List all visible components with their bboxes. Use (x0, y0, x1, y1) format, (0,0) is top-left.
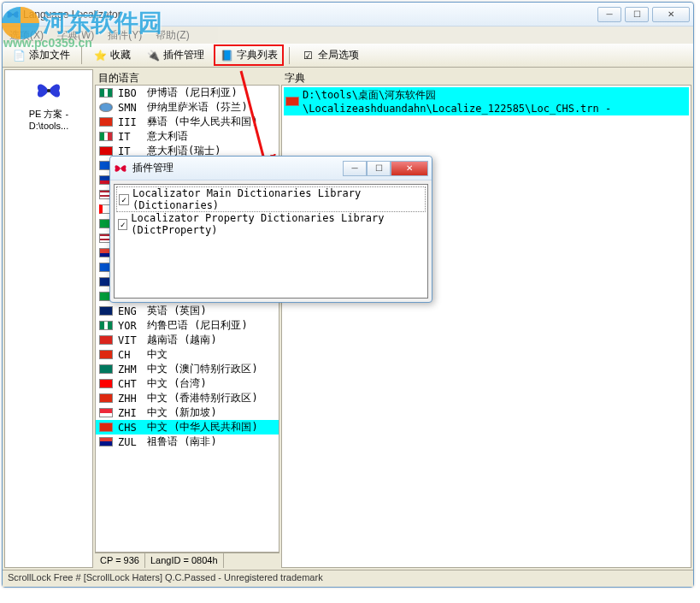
flag-icon (99, 423, 113, 432)
add-file-button[interactable]: 📄 添加文件 (6, 44, 76, 66)
language-item-smn[interactable]: SMN伊纳里萨米语 (芬兰) (96, 100, 279, 115)
lang-name: 彝语 (中华人民共和国) (147, 115, 258, 129)
menubar: 选项(X) 字典(W) 插件(Y) 帮助(Z) (3, 27, 693, 44)
window-title: Language Localizator (23, 9, 597, 21)
language-item-vit[interactable]: VIT越南语 (越南) (96, 333, 279, 347)
lang-name: 中文 (台湾) (147, 376, 207, 391)
dialog-close-button[interactable]: ✕ (391, 161, 428, 176)
checkbox-icon[interactable]: ✓ (119, 194, 129, 205)
language-item-zhm[interactable]: ZHM中文 (澳门特别行政区) (96, 362, 279, 376)
add-file-icon: 📄 (12, 49, 26, 62)
lang-code: CHS (118, 422, 142, 434)
flag-icon (99, 379, 113, 388)
language-item-zhi[interactable]: ZHI中文 (新加坡) (96, 405, 279, 420)
cp-status: CP = 936 (95, 553, 145, 568)
flag-icon (99, 393, 113, 403)
dialog-title: 插件管理 (131, 161, 343, 175)
dictionary-panel-header: 字典 (281, 69, 691, 85)
dictionary-item[interactable]: D:\tools\桌面\河东软件园\Localizeashduandahn\Lo… (284, 87, 689, 115)
language-item-yor[interactable]: YOR约鲁巴语 (尼日利亚) (96, 318, 279, 333)
dict-path: D:\tools\桌面\河东软件园\Localizeashduandahn\Lo… (303, 88, 687, 115)
flag-icon (99, 132, 113, 141)
language-item-it[interactable]: IT意大利语 (96, 129, 279, 144)
language-item-chs[interactable]: CHS中文 (中华人民共和国) (96, 420, 279, 435)
menu-dict[interactable]: 字典(W) (54, 27, 97, 44)
workspace: PE 方案 - D:\tools... 目的语言 IBO伊博语 (尼日利亚)SM… (3, 68, 693, 570)
language-item-iii[interactable]: III彝语 (中华人民共和国) (96, 115, 279, 129)
language-item-ibo[interactable]: IBO伊博语 (尼日利亚) (96, 86, 279, 100)
dict-list-button[interactable]: 📘 字典列表 (214, 44, 284, 66)
lang-code: CHT (118, 378, 142, 390)
lang-code: YOR (118, 320, 142, 332)
project-label-1: PE 方案 - (29, 108, 68, 120)
menu-plugin[interactable]: 插件(Y) (104, 27, 145, 44)
lang-code: IBO (118, 87, 142, 99)
maximize-button[interactable]: ☐ (625, 7, 649, 22)
lang-name: 伊纳里萨米语 (芬兰) (147, 100, 248, 115)
lang-name: 中文 (147, 347, 168, 362)
dialog-minimize-button[interactable]: ─ (343, 161, 367, 176)
flag-icon (99, 350, 113, 359)
lang-name: 祖鲁语 (南非) (147, 435, 217, 449)
lang-code: III (118, 116, 142, 128)
svg-point-1 (47, 89, 50, 92)
lang-name: 伊博语 (尼日利亚) (147, 86, 238, 100)
lang-code: ENG (118, 305, 142, 317)
lang-name: 中文 (中华人民共和国) (147, 420, 258, 435)
lang-name: 中文 (香港特别行政区) (147, 391, 258, 405)
plugin-manager-button[interactable]: 🔌 插件管理 (140, 44, 210, 66)
flag-icon (99, 103, 113, 112)
minimize-button[interactable]: ─ (597, 7, 621, 22)
star-icon: ⭐ (93, 49, 107, 62)
app-icon (6, 8, 20, 21)
plugin-row[interactable]: ✓Localizator Property Dictionaries Libra… (116, 212, 426, 236)
lang-name: 越南语 (越南) (147, 333, 217, 347)
plugin-manager-dialog: 插件管理 ─ ☐ ✕ ✓Localizator Main Dictionarie… (109, 156, 432, 303)
language-item-zul[interactable]: ZUL祖鲁语 (南非) (96, 435, 279, 449)
language-item-cht[interactable]: CHT中文 (台湾) (96, 376, 279, 391)
menu-options[interactable]: 选项(X) (6, 27, 47, 44)
flag-icon (99, 437, 113, 446)
lang-code: CH (118, 349, 142, 361)
flag-icon (99, 408, 113, 417)
lang-name: 意大利语 (147, 129, 188, 144)
plugin-list[interactable]: ✓Localizator Main Dictionaries Library (… (114, 184, 428, 299)
book-icon: 📘 (220, 49, 233, 62)
checkbox-icon[interactable]: ✓ (118, 219, 127, 230)
flag-icon (99, 364, 113, 374)
flag-icon (99, 321, 113, 330)
language-statusbar: CP = 936 LangID = 0804h (95, 553, 279, 568)
toolbar: 📄 添加文件 ⭐ 收藏 🔌 插件管理 📘 字典列表 ☑ 全局选项 (3, 44, 693, 68)
lang-code: ZUL (118, 436, 142, 448)
language-item-zhh[interactable]: ZHH中文 (香港特别行政区) (96, 391, 279, 405)
close-button[interactable]: ✕ (652, 7, 690, 22)
lang-name: 约鲁巴语 (尼日利亚) (147, 318, 248, 333)
lang-code: SMN (118, 102, 142, 114)
flag-icon (99, 117, 113, 127)
language-item-eng[interactable]: ENG英语 (英国) (96, 304, 279, 318)
project-icon[interactable] (33, 77, 64, 104)
lang-code: ZHI (118, 407, 142, 419)
lang-code: ZHM (118, 364, 142, 375)
project-panel: PE 方案 - D:\tools... (4, 69, 93, 568)
lang-name: 英语 (英国) (147, 304, 207, 318)
language-panel-header: 目的语言 (95, 69, 279, 85)
plugin-label: Localizator Property Dictionaries Librar… (131, 212, 424, 236)
lang-code: VIT (118, 334, 142, 346)
lang-name: 中文 (澳门特别行政区) (147, 362, 258, 376)
lang-code: ZHH (118, 393, 142, 405)
dialog-maximize-button[interactable]: ☐ (367, 161, 391, 176)
favorites-button[interactable]: ⭐ 收藏 (87, 44, 137, 66)
lang-name: 中文 (新加坡) (147, 405, 217, 420)
langid-status: LangID = 0804h (145, 553, 224, 568)
titlebar: Language Localizator ─ ☐ ✕ (3, 3, 693, 27)
language-item-ch[interactable]: CH中文 (96, 347, 279, 362)
flag-icon (99, 306, 113, 316)
menu-help[interactable]: 帮助(Z) (152, 27, 192, 44)
statusbar: ScrollLock Free # [ScrollLock Haters] Q.… (3, 570, 693, 587)
svg-point-0 (12, 14, 14, 15)
flag-icon (285, 97, 299, 106)
plugin-label: Localizator Main Dictionaries Library (D… (132, 187, 423, 211)
plugin-row[interactable]: ✓Localizator Main Dictionaries Library (… (116, 186, 426, 212)
global-options-button[interactable]: ☑ 全局选项 (295, 44, 365, 66)
